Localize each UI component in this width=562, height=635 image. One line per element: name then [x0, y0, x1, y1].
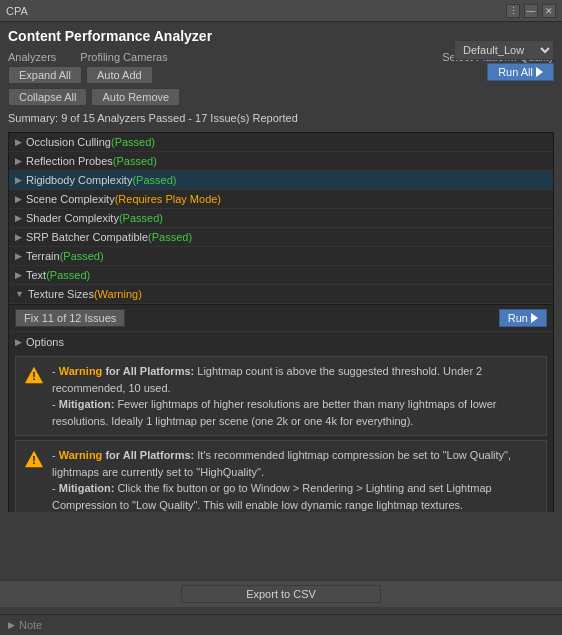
options-arrow: ▶: [15, 337, 22, 347]
arrow-icon-terrain: ▶: [15, 251, 22, 261]
buttons-row: Expand All Auto Add Default_Low Run All: [8, 66, 554, 84]
second-buttons-row: Collapse All Auto Remove: [8, 88, 554, 106]
run-button[interactable]: Run: [499, 309, 547, 327]
auto-add-button[interactable]: Auto Add: [86, 66, 153, 84]
warning-icon-2: !: [24, 449, 44, 469]
analyzers-label-group: Analyzers: [8, 50, 56, 64]
analyzers-label: Analyzers: [8, 51, 56, 63]
arrow-icon-srp: ▶: [15, 232, 22, 242]
export-bar: Export to CSV: [0, 580, 562, 607]
issue-text-1: - Warning for All Platforms: Lightmap co…: [52, 363, 538, 429]
main-content: Content Performance Analyzer Analyzers P…: [0, 22, 562, 518]
svg-text:!: !: [32, 369, 36, 383]
analyzer-scroll-area[interactable]: ▶ Occlusion Culling (Passed) ▶ Reflectio…: [8, 132, 554, 512]
issue-box-1: ! - Warning for All Platforms: Lightmap …: [15, 356, 547, 436]
platform-select-group: Default_Low Run All: [454, 40, 554, 81]
profiling-label-group: Profiling Cameras: [80, 50, 167, 64]
arrow-icon-texture: ▼: [15, 289, 24, 299]
arrow-icon-shader: ▶: [15, 213, 22, 223]
close-button[interactable]: ✕: [542, 4, 556, 18]
arrow-icon-reflection: ▶: [15, 156, 22, 166]
note-arrow: ▶: [8, 620, 15, 630]
arrow-icon-occlusion: ▶: [15, 137, 22, 147]
expand-collapse-group: Expand All Auto Add: [8, 66, 153, 84]
expanded-texture-sizes: Fix 11 of 12 Issues Run ▶ Options !: [8, 305, 554, 512]
analyzer-item-text[interactable]: ▶ Text (Passed): [9, 266, 553, 285]
warning-icon-1: !: [24, 365, 44, 385]
export-csv-button[interactable]: Export to CSV: [181, 585, 381, 603]
fix-issues-button[interactable]: Fix 11 of 12 Issues: [15, 309, 125, 327]
analyzer-item-scene-complexity[interactable]: ▶ Scene Complexity (Requires Play Mode): [9, 190, 553, 209]
platform-dropdown[interactable]: Default_Low: [454, 40, 554, 60]
analyzer-item-reflection-probes[interactable]: ▶ Reflection Probes (Passed): [9, 152, 553, 171]
analyzer-item-occlusion-culling[interactable]: ▶ Occlusion Culling (Passed): [9, 133, 553, 152]
note-label: Note: [19, 619, 42, 631]
run-play-icon: [531, 313, 538, 323]
run-all-button[interactable]: Run All: [487, 63, 554, 81]
analyzer-item-shader-complexity[interactable]: ▶ Shader Complexity (Passed): [9, 209, 553, 228]
analyzer-item-texture-sizes[interactable]: ▼ Texture Sizes (Warning): [9, 285, 553, 304]
title-bar: CPA ⋮ — ✕: [0, 0, 562, 22]
auto-remove-button[interactable]: Auto Remove: [91, 88, 180, 106]
expand-all-button[interactable]: Expand All: [8, 66, 82, 84]
options-row[interactable]: ▶ Options: [9, 332, 553, 352]
minimize-button[interactable]: —: [524, 4, 538, 18]
play-icon: [536, 67, 543, 77]
options-label: Options: [26, 336, 64, 348]
analyzer-item-rigidbody[interactable]: ▶ Rigidbody Complexity (Passed): [9, 171, 553, 190]
platform-row: Default_Low: [454, 40, 554, 60]
title-bar-controls: ⋮ — ✕: [506, 4, 556, 18]
svg-text:!: !: [32, 453, 36, 467]
analyzer-item-srp-batcher[interactable]: ▶ SRP Batcher Compatible (Passed): [9, 228, 553, 247]
title-bar-text: CPA: [6, 5, 502, 17]
issue-box-2: ! - Warning for All Platforms: It's reco…: [15, 440, 547, 512]
expanded-header: Fix 11 of 12 Issues Run: [9, 305, 553, 332]
summary-text: Summary: 9 of 15 Analyzers Passed - 17 I…: [8, 110, 554, 126]
context-menu-button[interactable]: ⋮: [506, 4, 520, 18]
arrow-icon-text: ▶: [15, 270, 22, 280]
analyzer-item-terrain[interactable]: ▶ Terrain (Passed): [9, 247, 553, 266]
arrow-icon-scene: ▶: [15, 194, 22, 204]
analyzer-list: ▶ Occlusion Culling (Passed) ▶ Reflectio…: [8, 132, 554, 305]
profiling-label: Profiling Cameras: [80, 51, 167, 63]
note-bar: ▶ Note: [0, 614, 562, 635]
arrow-icon-rigidbody: ▶: [15, 175, 22, 185]
issue-text-2: - Warning for All Platforms: It's recomm…: [52, 447, 538, 512]
collapse-all-button[interactable]: Collapse All: [8, 88, 87, 106]
